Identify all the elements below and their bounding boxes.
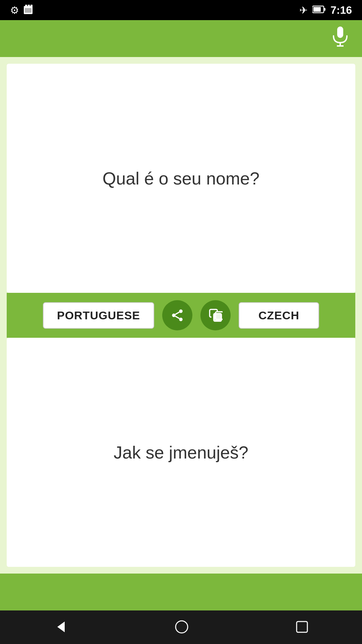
translation-text: Jak se jmenuješ? [114, 442, 248, 463]
svg-line-15 [175, 312, 179, 314]
svg-point-12 [172, 314, 176, 317]
nav-bar [0, 610, 362, 644]
source-language-button[interactable]: PORTUGUESE [43, 302, 154, 329]
battery-icon [312, 5, 326, 15]
nav-recent-button[interactable] [295, 620, 309, 635]
target-language-button[interactable]: CZECH [239, 302, 319, 329]
svg-rect-1 [25, 5, 27, 7]
airplane-icon: ✈ [299, 4, 308, 16]
svg-point-11 [179, 310, 183, 313]
bottom-bar [0, 574, 362, 610]
svg-rect-8 [337, 26, 343, 38]
translation-panel: Jak se jmenuješ? [7, 338, 355, 567]
status-right-icons: ✈ 7:16 [299, 4, 352, 16]
main-content: Qual é o seu nome? PORTUGUESE CZECH [0, 57, 362, 574]
svg-rect-3 [31, 5, 33, 7]
svg-rect-6 [313, 7, 321, 12]
copy-button[interactable] [200, 300, 231, 330]
sd-card-icon [24, 5, 34, 15]
svg-rect-21 [297, 622, 307, 632]
microphone-button[interactable] [332, 26, 349, 51]
nav-home-button[interactable] [174, 620, 189, 635]
svg-rect-7 [324, 8, 325, 11]
source-panel: Qual é o seu nome? [7, 64, 355, 293]
svg-line-14 [175, 316, 179, 319]
svg-marker-19 [57, 622, 65, 632]
source-text: Qual é o seu nome? [103, 168, 259, 189]
svg-point-20 [176, 621, 188, 633]
top-bar [0, 20, 362, 57]
svg-rect-4 [25, 8, 32, 13]
share-button[interactable] [162, 300, 192, 330]
nav-back-button[interactable] [53, 620, 68, 635]
svg-point-13 [179, 318, 183, 321]
status-left-icons: ⚙ [10, 4, 34, 16]
status-bar: ⚙ ✈ 7:16 [0, 0, 362, 20]
toolbar: PORTUGUESE CZECH [7, 293, 355, 338]
svg-rect-2 [28, 5, 30, 7]
settings-icon: ⚙ [10, 4, 19, 16]
status-time: 7:16 [330, 4, 352, 16]
svg-rect-17 [214, 314, 222, 321]
